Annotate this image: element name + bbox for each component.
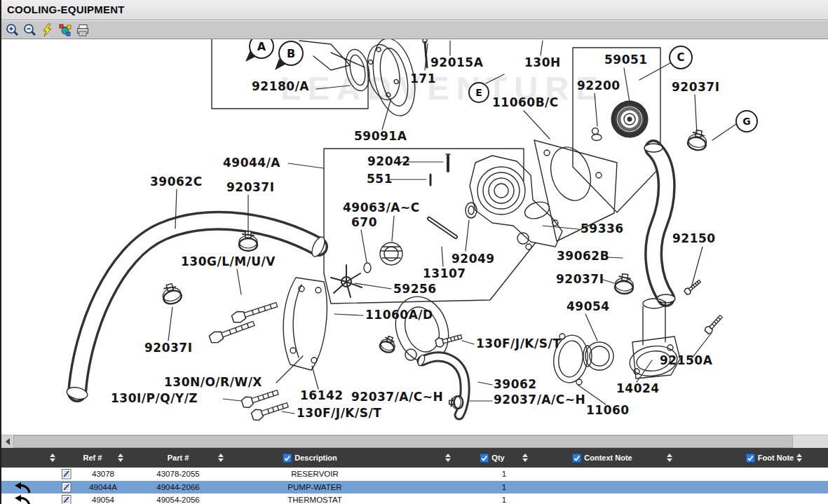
column-header-context-note: Context Note [572, 448, 632, 468]
toolbar [1, 20, 828, 39]
zoom-in-button[interactable] [5, 22, 20, 38]
part-label[interactable]: 92150 [672, 231, 716, 245]
part-label[interactable]: 11060B/C [492, 95, 559, 109]
part-label[interactable]: 59051 [604, 53, 648, 67]
qty-cell: 1 [502, 468, 506, 481]
part-label[interactable]: 130F/J/K/S/T [476, 336, 561, 350]
part-label[interactable]: 49044/A [223, 156, 280, 170]
part-label[interactable]: 130I/P/Q/Y/Z [111, 391, 198, 405]
part-label[interactable]: 130H [524, 55, 561, 69]
part-label[interactable]: 59091A [354, 129, 407, 143]
part-label[interactable]: 92015A [430, 55, 483, 69]
part-label[interactable]: 92037I [226, 180, 274, 194]
sort-icon[interactable] [667, 448, 672, 468]
part-label[interactable]: 39062B [557, 249, 609, 263]
scrollbar-thumb[interactable] [13, 435, 793, 448]
description-cell: PUMP-WATER [287, 481, 341, 494]
part-label[interactable]: 59256 [393, 282, 437, 296]
sort-icon[interactable] [445, 448, 451, 468]
checkbox-icon[interactable] [283, 454, 292, 463]
part-header-label: Part # [168, 454, 189, 462]
column-header-ref: Ref # [83, 448, 102, 468]
scroll-left-button[interactable] [1, 435, 13, 448]
part-label[interactable]: 130N/O/R/W/X [164, 375, 262, 389]
page-title: COOLING-EQUIPMENT [1, 0, 125, 19]
diagram-horizontal-scrollbar[interactable] [1, 435, 828, 448]
part-label[interactable]: 92042 [367, 154, 411, 168]
callout-c[interactable]: C [669, 46, 693, 69]
qty-cell: 1 [502, 481, 506, 494]
column-header-part: Part # [168, 448, 189, 468]
note-icon[interactable] [62, 494, 72, 504]
part-label[interactable]: 16142 [300, 388, 344, 402]
sort-icon[interactable] [50, 448, 55, 468]
zoom-out-button[interactable] [22, 22, 38, 38]
qty-cell: 1 [502, 493, 506, 504]
part-label[interactable]: 92200 [577, 79, 620, 93]
part-label[interactable]: 92037I [144, 341, 192, 355]
part-label[interactable]: 92037/A/C~H [494, 393, 585, 407]
hotspot-icon [58, 23, 72, 37]
context-note-header-label: Context Note [584, 454, 632, 462]
checkbox-icon[interactable] [572, 454, 581, 463]
part-label[interactable]: 39062C [150, 175, 203, 189]
part-label[interactable]: 670 [351, 215, 377, 229]
zoom-out-icon [23, 23, 37, 37]
back-arrow-icon[interactable] [13, 494, 32, 504]
part-label[interactable]: 13107 [423, 266, 466, 280]
part-label[interactable]: 92180/A [252, 79, 309, 93]
part-label[interactable]: 92037I [672, 80, 719, 94]
qty-header-label: Qty [491, 454, 504, 462]
ref-cell: 49054 [92, 493, 114, 504]
part-label[interactable]: 130F/J/K/S/T [297, 406, 381, 420]
checkbox-icon[interactable] [746, 454, 755, 463]
part-cell: 49044-2066 [156, 481, 199, 494]
fit-view-button[interactable] [40, 22, 55, 38]
table-row-selected[interactable]: 49044A 49044-2066 PUMP-WATER 1 [1, 481, 828, 494]
part-label[interactable]: 14024 [616, 381, 660, 395]
part-label[interactable]: 92037I [556, 272, 604, 286]
part-label[interactable]: 92049 [452, 252, 495, 266]
part-label[interactable]: 11060 [586, 403, 630, 417]
part-label[interactable]: 59336 [581, 222, 624, 236]
part-label[interactable]: 49063/A~C [343, 200, 420, 214]
sort-icon[interactable] [796, 448, 802, 468]
print-button[interactable] [75, 22, 90, 38]
checkbox-icon[interactable] [480, 454, 489, 463]
ref-cell: 43078 [92, 468, 114, 481]
foot-note-header-label: Foot Note [758, 454, 794, 462]
scroll-left-icon [6, 438, 10, 445]
print-icon [76, 23, 90, 37]
column-header-description: Description [283, 448, 337, 468]
column-header-foot-note: Foot Note [746, 448, 794, 468]
callout-e[interactable]: E [468, 82, 489, 103]
callout-b[interactable]: B [278, 41, 304, 66]
part-label[interactable]: 171 [410, 71, 436, 86]
table-row[interactable]: 43078 43078-2055 RESERVOIR 1 [1, 468, 828, 481]
ref-cell: 49044A [89, 481, 117, 494]
sort-icon[interactable] [218, 448, 224, 468]
part-label[interactable]: 49054 [566, 299, 610, 313]
sort-icon[interactable] [118, 448, 123, 468]
sort-icon[interactable] [522, 448, 528, 468]
part-label[interactable]: 551 [367, 172, 393, 186]
ref-header-label: Ref # [83, 454, 102, 462]
part-label[interactable]: 92037/A/C~H [351, 390, 443, 404]
parts-table-header: Ref # Part # Description Qty Context Not… [1, 448, 828, 468]
description-header-label: Description [294, 454, 337, 462]
zoom-in-icon [6, 23, 20, 37]
part-label[interactable]: 92150A [660, 353, 712, 367]
part-label[interactable]: 39062 [494, 377, 537, 391]
table-row[interactable]: 49054 49054-2056 THERMOSTAT 1 [1, 493, 828, 504]
hotspot-toggle-button[interactable] [57, 22, 73, 38]
note-icon[interactable] [62, 482, 72, 493]
description-cell: THERMOSTAT [287, 493, 342, 504]
description-cell: RESERVOIR [291, 468, 339, 481]
part-label[interactable]: 130G/L/M/U/V [181, 254, 276, 268]
lightning-icon [41, 23, 55, 37]
note-icon[interactable] [62, 468, 72, 479]
part-cell: 43078-2055 [156, 468, 199, 481]
parts-catalog-window: LEADVENTURE [0, 0, 828, 504]
callout-g[interactable]: G [735, 110, 758, 132]
part-label[interactable]: 11060A/D [365, 308, 433, 322]
